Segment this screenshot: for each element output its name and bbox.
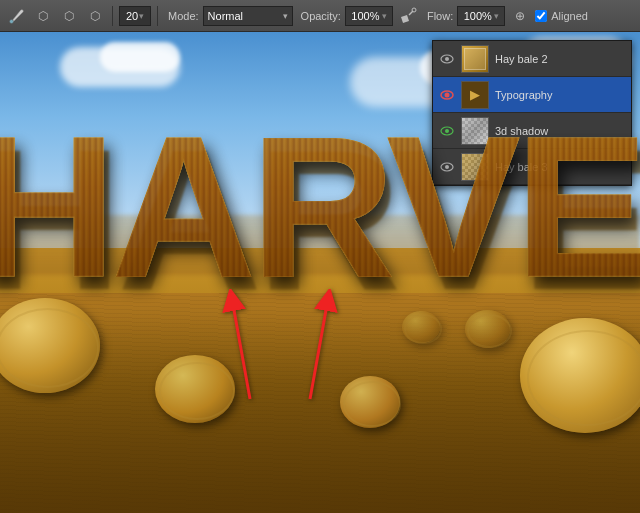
layer-name-hay-bale-2: Hay bale 2: [495, 53, 625, 65]
mode-value: Normal: [208, 10, 243, 22]
opacity-value: 100%: [351, 10, 379, 22]
hay-bale-center: [340, 376, 400, 428]
harvest-text-front: HARVEST: [0, 107, 640, 307]
flow-value: 100%: [464, 10, 492, 22]
mode-label: Mode:: [168, 10, 199, 22]
extra-icon-1[interactable]: ⊕: [509, 5, 531, 27]
svg-point-5: [445, 57, 449, 61]
brush-size-box[interactable]: 20 ▾: [119, 6, 151, 26]
aligned-label-text: Aligned: [551, 10, 588, 22]
flow-label: Flow:: [427, 10, 453, 22]
layer-row-hay-bale-2[interactable]: Hay bale 2: [433, 41, 631, 77]
cloud-2: [100, 42, 180, 72]
mode-dropdown-arrow: ▾: [283, 11, 288, 21]
mode-dropdown[interactable]: Normal ▾: [203, 6, 293, 26]
aligned-checkbox[interactable]: [535, 10, 547, 22]
arrow-left: [222, 289, 262, 413]
canvas-area[interactable]: HARVEST HARVEST: [0, 32, 640, 513]
opacity-box[interactable]: 100% ▾: [345, 6, 393, 26]
arrow-right: [300, 289, 340, 413]
aligned-checkbox-label[interactable]: Aligned: [535, 10, 588, 22]
separator-1: [112, 6, 113, 26]
airbrush-icon[interactable]: [397, 5, 419, 27]
svg-line-2: [232, 299, 250, 399]
main-toolbar: ⬡ ⬡ ⬡ 20 ▾ Mode: Normal ▾ Opacity: 100% …: [0, 0, 640, 32]
layer-eye-hay-bale-2[interactable]: [439, 51, 455, 67]
flow-box[interactable]: 100% ▾: [457, 6, 505, 26]
hay-bale-right: [520, 318, 640, 433]
brush-size-value: 20: [126, 10, 138, 22]
svg-line-3: [310, 299, 328, 399]
tool-option-3-icon[interactable]: ⬡: [84, 5, 106, 27]
svg-point-1: [412, 8, 416, 12]
tool-option-1-icon[interactable]: ⬡: [32, 5, 54, 27]
brush-tool-icon[interactable]: [6, 5, 28, 27]
tool-option-2-icon[interactable]: ⬡: [58, 5, 80, 27]
layer-thumb-hay-bale-2: [461, 45, 489, 73]
opacity-label: Opacity:: [301, 10, 341, 22]
svg-point-0: [10, 19, 14, 23]
separator-2: [157, 6, 158, 26]
